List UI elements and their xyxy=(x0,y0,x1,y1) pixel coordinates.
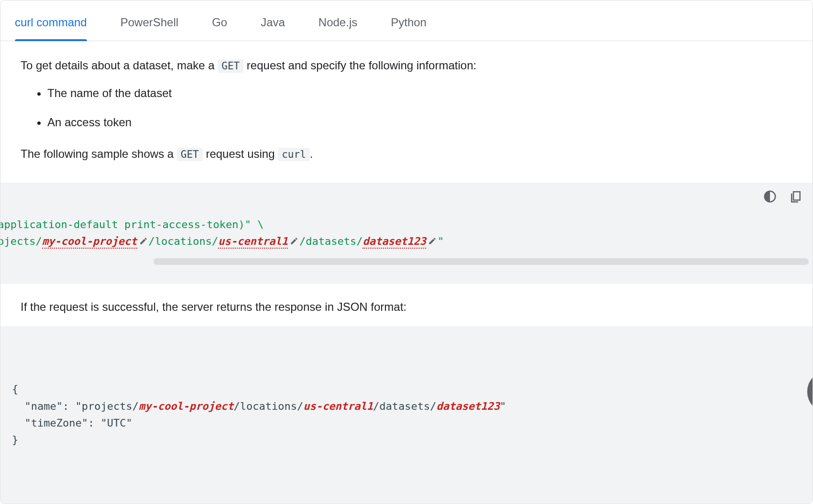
curl-code-block: Bearer $(gcloud auth application-default… xyxy=(0,183,813,284)
language-tabs: curl command PowerShell Go Java Node.js … xyxy=(0,0,813,41)
theme-toggle-icon[interactable] xyxy=(763,189,777,204)
json-line: "timeZone": "UTC" xyxy=(12,417,132,429)
pencil-icon[interactable] xyxy=(290,233,298,250)
sample-paragraph: The following sample shows a GET request… xyxy=(21,145,792,163)
var-location: us-central1 xyxy=(303,400,373,412)
code-text: " xyxy=(438,235,444,247)
sample-mid: request using xyxy=(203,147,278,160)
code-line: .googleapis.com/v1/projects/my-cool-proj… xyxy=(0,233,671,250)
code-actions xyxy=(763,189,803,204)
inline-code-get2: GET xyxy=(177,148,203,161)
code-text: $(gcloud auth application-default print-… xyxy=(0,219,245,230)
json-line: } xyxy=(12,434,18,446)
code-text: .googleapis.com/v1/projects/ xyxy=(0,235,42,247)
inline-code-get: GET xyxy=(218,59,243,73)
code-line: Bearer $(gcloud auth application-default… xyxy=(0,216,671,233)
code-text: /datasets/ xyxy=(299,235,363,247)
intro-lead-b: request and specify the following inform… xyxy=(243,59,476,72)
doc-card: curl command PowerShell Go Java Node.js … xyxy=(0,0,813,504)
json-text: "name": "projects/ xyxy=(12,400,139,412)
json-response-block: { "name": "projects/my-cool-project/loca… xyxy=(0,326,813,504)
tab-nodejs[interactable]: Node.js xyxy=(319,2,357,41)
json-line: { xyxy=(12,383,18,395)
intro-lead-a: To get details about a dataset, make a xyxy=(21,59,218,72)
json-text: /datasets/ xyxy=(373,400,436,412)
sample-a: The following sample shows a xyxy=(21,147,177,160)
editable-dataset-id[interactable]: dataset123 xyxy=(363,235,426,249)
theme-toggle-icon[interactable] xyxy=(752,407,813,436)
inline-code-curl: curl xyxy=(278,148,310,161)
json-text: " xyxy=(500,400,506,412)
copy-icon[interactable] xyxy=(789,189,803,204)
response-intro: If the request is successful, the server… xyxy=(0,284,813,326)
intro-section: To get details about a dataset, make a G… xyxy=(0,41,813,183)
tab-powershell[interactable]: PowerShell xyxy=(121,2,178,41)
json-line: "name": "projects/my-cool-project/locati… xyxy=(12,400,506,412)
tab-java[interactable]: Java xyxy=(261,2,285,41)
pencil-icon[interactable] xyxy=(428,233,437,250)
pencil-icon[interactable] xyxy=(139,233,148,250)
code-scroll[interactable]: Bearer $(gcloud auth application-default… xyxy=(0,216,813,252)
json-actions xyxy=(752,333,803,456)
tab-curl[interactable]: curl command xyxy=(15,2,87,41)
json-text: /locations/ xyxy=(234,400,304,412)
var-dataset-id: dataset123 xyxy=(436,400,499,412)
sample-end: . xyxy=(310,147,313,160)
code-text: " \ xyxy=(245,219,264,230)
editable-location[interactable]: us-central1 xyxy=(218,235,288,249)
intro-paragraph: To get details about a dataset, make a G… xyxy=(21,56,792,75)
horizontal-scrollbar[interactable] xyxy=(154,258,809,265)
tab-go[interactable]: Go xyxy=(212,2,227,41)
list-item: An access token xyxy=(47,113,792,131)
var-project-id: my-cool-project xyxy=(139,400,234,412)
list-item: The name of the dataset xyxy=(47,84,792,102)
code-text: /locations/ xyxy=(149,235,219,247)
editable-project-id[interactable]: my-cool-project xyxy=(42,235,137,249)
tab-python[interactable]: Python xyxy=(391,2,427,41)
intro-list: The name of the dataset An access token xyxy=(21,84,792,131)
